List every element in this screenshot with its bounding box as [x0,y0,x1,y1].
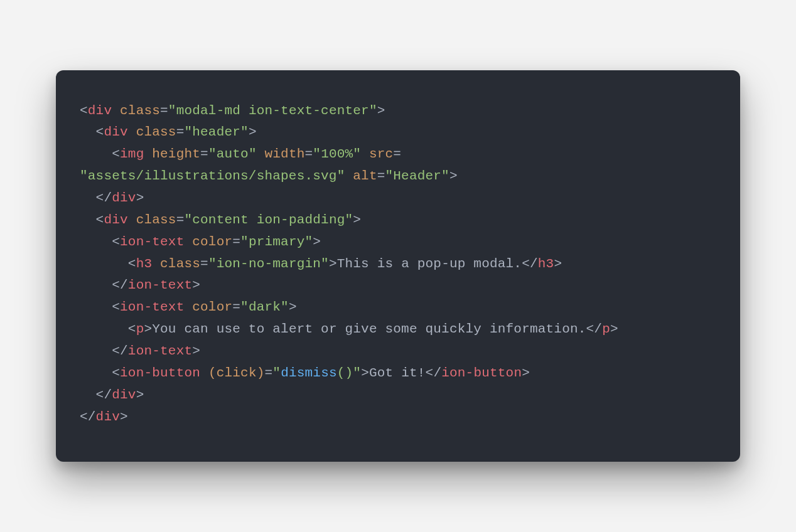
page-stage: <div class="modal-md ion-text-center"> <… [0,0,796,532]
parens: ()" [337,366,361,380]
text-h3: This is a pop-up modal. [337,257,522,271]
val-alt: "Header" [385,169,449,183]
attr-class: class [136,125,176,139]
tag-ion-button: ion-button [120,366,200,380]
attr-class: class [136,213,176,227]
tag-div-close: div [96,410,120,424]
code-card: <div class="modal-md ion-text-center"> <… [56,70,740,462]
tag-h3-close: h3 [538,257,554,271]
val-header: "header" [184,125,248,139]
attr-class: class [160,257,200,271]
val-src-path: "assets/illustrations/shapes.svg" [80,169,345,183]
attr-color: color [192,300,232,314]
text-p: You can use to alert or give some quickl… [152,322,586,336]
code-block: <div class="modal-md ion-text-center"> <… [80,100,716,428]
val-content: "content ion-padding" [184,213,353,227]
val-modal: "modal-md ion-text-center" [168,104,377,118]
tag-div-close: div [112,191,136,205]
tag-h3: h3 [136,257,153,271]
val-auto: "auto" [208,147,257,161]
tag-div: div [104,125,127,139]
tag-div-close: div [112,388,136,402]
tag-div: div [88,104,112,118]
tag-ion-text-close: ion-text [128,344,192,358]
attr-click: (click) [208,366,265,380]
tag-ion-text: ion-text [120,235,184,249]
attr-alt: alt [353,169,377,183]
tag-img: img [120,147,144,161]
tag-ion-text: ion-text [120,300,184,314]
tag-div: div [104,213,127,227]
val-100: "100%" [313,147,361,161]
attr-class: class [120,104,160,118]
tag-p-close: p [602,322,610,336]
tag-ion-button-close: ion-button [441,366,522,380]
val-dark: "dark" [240,300,289,314]
tag-ion-text-close: ion-text [128,278,192,292]
val-primary: "primary" [240,235,313,249]
text-button: Got it! [369,366,426,380]
attr-src: src [369,147,393,161]
tag-p: p [136,322,144,336]
func-dismiss: dismiss [281,366,337,380]
attr-height: height [152,147,200,161]
attr-width: width [265,147,305,161]
attr-color: color [192,235,232,249]
val-nomargin: "ion-no-margin" [208,257,329,271]
